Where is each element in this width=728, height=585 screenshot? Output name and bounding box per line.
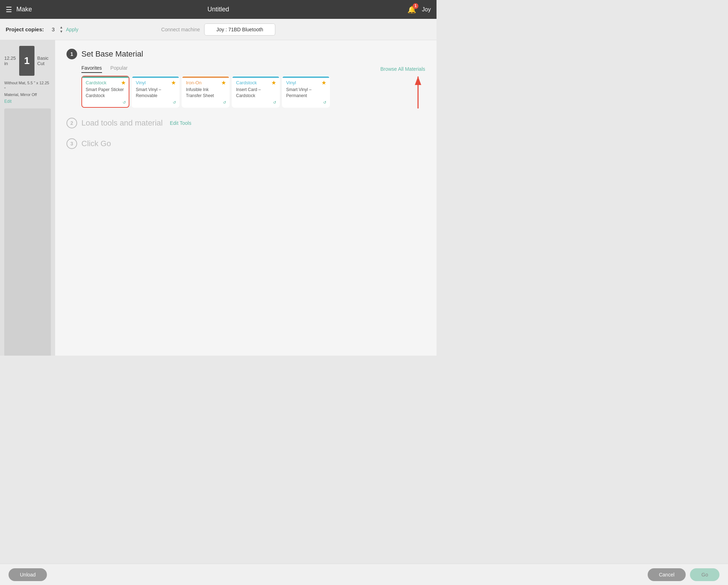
card-refresh-3[interactable]: ↺ bbox=[273, 100, 276, 105]
card-name-2: Infusible Ink Transfer Sheet bbox=[186, 87, 225, 99]
copies-up-arrow[interactable]: ▲ bbox=[60, 25, 63, 30]
material-cards: Cardstock Smart Paper Sticker Cardstock … bbox=[66, 76, 425, 108]
card-star-3[interactable]: ★ bbox=[271, 79, 276, 86]
copies-input-group: 3 ▲ ▼ bbox=[48, 25, 63, 34]
cut-thumbnail: 1 bbox=[19, 46, 34, 76]
connect-section: Connect machine Joy : 71BD Bluetooth bbox=[161, 23, 275, 36]
step2-circle: 2 bbox=[66, 118, 77, 128]
material-card-2[interactable]: Iron-On Infusible Ink Transfer Sheet ★ ↺ bbox=[182, 76, 230, 108]
cut-info: Without Mat, 5.5 " x 12.25 " Material, M… bbox=[4, 80, 51, 98]
document-title: Untitled bbox=[207, 6, 229, 13]
edit-tools-link[interactable]: Edit Tools bbox=[170, 120, 191, 126]
card-type-1: Vinyl bbox=[136, 80, 175, 85]
step3-header: 3 Click Go bbox=[66, 138, 425, 149]
sidebar-gray-block bbox=[4, 108, 51, 356]
card-color-bar-2 bbox=[182, 76, 229, 78]
card-name-4: Smart Vinyl – Permanent bbox=[286, 87, 326, 99]
step3-section: 3 Click Go bbox=[66, 138, 425, 149]
notification-bell[interactable]: 🔔 1 bbox=[407, 5, 416, 14]
material-card-1[interactable]: Vinyl Smart Vinyl – Removable ★ ↺ bbox=[132, 76, 180, 108]
material-card-0[interactable]: Cardstock Smart Paper Sticker Cardstock … bbox=[81, 76, 129, 108]
card-star-4[interactable]: ★ bbox=[321, 79, 326, 86]
card-type-4: Vinyl bbox=[286, 80, 326, 85]
step3-circle: 3 bbox=[66, 138, 77, 149]
username-label: Joy bbox=[422, 6, 431, 13]
cut-label: Basic Cut bbox=[37, 55, 51, 66]
cut-row: 12.25 in 1 Basic Cut bbox=[4, 46, 51, 76]
card-name-0: Smart Paper Sticker Cardstock bbox=[86, 87, 125, 99]
browse-all-link[interactable]: Browse All Materials bbox=[380, 66, 425, 72]
apply-button[interactable]: Apply bbox=[66, 27, 78, 32]
menu-icon[interactable]: ☰ bbox=[6, 5, 12, 14]
app-title: Make bbox=[16, 6, 32, 13]
card-name-1: Smart Vinyl – Removable bbox=[136, 87, 175, 99]
cut-number: 1 bbox=[24, 55, 30, 67]
step2-section: 2 Load tools and material Edit Tools bbox=[66, 118, 425, 128]
card-color-bar-4 bbox=[283, 76, 329, 78]
step2-header: 2 Load tools and material Edit Tools bbox=[66, 118, 425, 128]
card-color-bar-1 bbox=[132, 76, 179, 78]
connect-device-button[interactable]: Joy : 71BD Bluetooth bbox=[204, 23, 275, 36]
card-color-bar-0 bbox=[82, 76, 129, 78]
material-card-4[interactable]: Vinyl Smart Vinyl – Permanent ★ ↺ bbox=[282, 76, 330, 108]
copies-value: 3 bbox=[48, 26, 58, 32]
card-type-2: Iron-On bbox=[186, 80, 225, 85]
card-refresh-1[interactable]: ↺ bbox=[173, 100, 176, 105]
main-content: 1 Set Base Material Favorites Popular Br… bbox=[55, 40, 437, 356]
tab-popular[interactable]: Popular bbox=[111, 65, 128, 73]
card-star-1[interactable]: ★ bbox=[171, 79, 176, 86]
card-type-3: Cardstock bbox=[236, 80, 275, 85]
step1-title: Set Base Material bbox=[81, 49, 143, 59]
project-copies-label: Project copies: bbox=[6, 26, 44, 32]
cut-edit-link[interactable]: Edit bbox=[4, 99, 12, 104]
card-color-bar-3 bbox=[232, 76, 279, 78]
card-refresh-0[interactable]: ↺ bbox=[123, 100, 126, 105]
material-tabs: Favorites Popular bbox=[81, 65, 128, 73]
header: ☰ Make Untitled 🔔 1 Joy bbox=[0, 0, 437, 19]
step2-title: Load tools and material bbox=[81, 118, 163, 128]
card-refresh-4[interactable]: ↺ bbox=[323, 100, 326, 105]
header-right: 🔔 1 Joy bbox=[407, 5, 431, 14]
card-refresh-2[interactable]: ↺ bbox=[223, 100, 226, 105]
card-name-3: Insert Card – Cardstock bbox=[236, 87, 275, 99]
card-star-2[interactable]: ★ bbox=[221, 79, 226, 86]
step3-title: Click Go bbox=[81, 139, 111, 148]
sidebar: 12.25 in 1 Basic Cut Without Mat, 5.5 " … bbox=[0, 40, 55, 356]
card-star-0[interactable]: ★ bbox=[121, 79, 126, 86]
step1-header: 1 Set Base Material bbox=[66, 49, 425, 59]
card-type-0: Cardstock bbox=[86, 80, 125, 85]
browse-all-container: Browse All Materials bbox=[380, 66, 425, 72]
cut-size-label: 12.25 in bbox=[4, 55, 16, 66]
project-bar: Project copies: 3 ▲ ▼ Apply Connect mach… bbox=[0, 19, 437, 40]
connect-label: Connect machine bbox=[161, 27, 200, 32]
material-card-3[interactable]: Cardstock Insert Card – Cardstock ★ ↺ bbox=[232, 76, 280, 108]
step1-circle: 1 bbox=[66, 49, 77, 59]
materials-header-row: Favorites Popular Browse All Materials bbox=[66, 65, 425, 73]
cut-preview: 12.25 in 1 Basic Cut Without Mat, 5.5 " … bbox=[4, 46, 51, 104]
main-layout: 12.25 in 1 Basic Cut Without Mat, 5.5 " … bbox=[0, 40, 437, 356]
step1-section: 1 Set Base Material Favorites Popular Br… bbox=[66, 49, 425, 108]
copies-down-arrow[interactable]: ▼ bbox=[60, 30, 63, 34]
tab-favorites[interactable]: Favorites bbox=[81, 65, 102, 73]
notification-badge: 1 bbox=[413, 3, 418, 9]
copies-arrows: ▲ ▼ bbox=[60, 25, 63, 34]
